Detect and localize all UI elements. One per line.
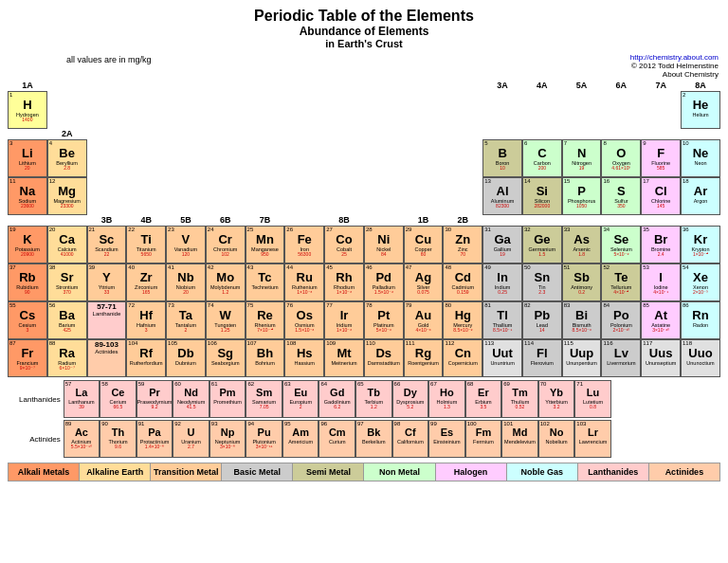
cell-Ca[interactable]: 20 Ca Calcium 41000 [47, 226, 87, 263]
cell-Pr[interactable]: 59PrPraseodymium9.2 [136, 380, 173, 418]
cell-Rh[interactable]: 45 Rh Rhodium 1×10⁻³ [324, 263, 364, 301]
cell-Sg[interactable]: 106 Sg Seaborgium [206, 339, 246, 377]
cell-Lu[interactable]: 71LuLutetium0.8 [574, 380, 611, 418]
cell-Pb[interactable]: 82 Pb Lead 14 [522, 301, 562, 339]
cell-Bk[interactable]: 97BkBerkelium [355, 420, 392, 458]
cell-Ra[interactable]: 88 Ra Radium 6×10⁻⁷ [47, 339, 87, 377]
cell-Th[interactable]: 90ThThorium9.6 [100, 420, 136, 458]
cell-H[interactable]: 1 H Hydrogen 1400 [8, 91, 47, 129]
cell-Fl[interactable]: 114 Fl Flerovium [522, 339, 562, 377]
cell-Zn[interactable]: 30 Zn Zinc 70 [443, 226, 482, 263]
cell-Mo[interactable]: 42 Mo Molybdenum 1.2 [206, 263, 246, 301]
cell-Li[interactable]: 3 Li Lithium 20 [8, 139, 47, 177]
cell-Ga[interactable]: 31 Ga Gallium 19 [482, 226, 522, 263]
cell-F[interactable]: 9 F Fluorine 585 [641, 139, 681, 177]
cell-Lv[interactable]: 116 Lv Livermorium [601, 339, 641, 377]
cell-Md[interactable]: 101MdMendelevium [501, 420, 538, 458]
cell-Sr[interactable]: 38 Sr Strontium 370 [47, 263, 87, 301]
cell-Lr[interactable]: 103LrLawrencium [574, 420, 611, 458]
cell-Fr[interactable]: 87 Fr Francium 9×10⁻⁷ [8, 339, 47, 377]
cell-Dy[interactable]: 66DyDysprosium5.2 [392, 380, 429, 418]
cell-Pa[interactable]: 91PaProtactinium1.4×10⁻⁶ [136, 420, 173, 458]
cell-V[interactable]: 23 V Vanadium 120 [166, 226, 206, 263]
cell-Ge[interactable]: 32 Ge Germanium 1.5 [522, 226, 562, 263]
cell-Mt[interactable]: 109 Mt Meitnerium [324, 339, 364, 377]
cell-Co[interactable]: 27 Co Cobalt 25 [324, 226, 364, 263]
cell-Cl[interactable]: 17 Cl Chlorine 145 [641, 177, 681, 215]
cell-Am[interactable]: 95AmAmericium [282, 420, 319, 458]
cell-Ac[interactable]: 89AcActinium5.5×10⁻¹⁰ [64, 420, 100, 458]
cell-La[interactable]: 57LaLanthanum39 [64, 380, 100, 418]
cell-Au[interactable]: 79 Au Gold 4×10⁻³ [404, 301, 444, 339]
cell-Zr[interactable]: 40 Zr Zirconium 165 [126, 263, 166, 301]
cell-Rf[interactable]: 104 Rf Rutherfordium [126, 339, 166, 377]
cell-B[interactable]: 5 B Boron 10 [482, 139, 522, 177]
cell-Pm[interactable]: 61PmPromethium [209, 380, 246, 418]
cell-Te[interactable]: 52 Te Tellurium 4×10⁻⁴ [601, 263, 641, 301]
cell-Kr[interactable]: 36 Kr Krypton 1×10⁻⁴ [681, 226, 720, 263]
cell-Hf[interactable]: 72 Hf Hafnium 3 [126, 301, 166, 339]
cell-Tb[interactable]: 65TbTerbium1.2 [355, 380, 392, 418]
cell-In[interactable]: 49 In Indium 0.25 [482, 263, 522, 301]
cell-Y[interactable]: 39 Y Yttrium 33 [87, 263, 127, 301]
cell-Db[interactable]: 105 Db Dubnium [166, 339, 206, 377]
cell-Tl[interactable]: 81 Tl Thallium 8.5×10⁻¹ [482, 301, 522, 339]
cell-Pd[interactable]: 46 Pd Palladium 1.5×10⁻² [364, 263, 404, 301]
cell-U[interactable]: 92UUranium2.7 [173, 420, 209, 458]
cell-K[interactable]: 19 K Potassium 20900 [8, 226, 47, 263]
cell-N[interactable]: 7 N Nitrogen 19 [562, 139, 602, 177]
cell-Cm[interactable]: 96CmCurium [318, 420, 355, 458]
cell-Pt[interactable]: 78 Pt Platinum 5×10⁻³ [364, 301, 404, 339]
cell-Po[interactable]: 84 Po Polonium 2×10⁻¹⁰ [601, 301, 641, 339]
cell-Uut[interactable]: 113 Uut Ununtrium [482, 339, 522, 377]
cell-I[interactable]: 53 I Iodine 4×10⁻¹ [641, 263, 681, 301]
cell-Ir[interactable]: 77 Ir Iridium 1×10⁻³ [324, 301, 364, 339]
cell-Br[interactable]: 35 Br Bromine 2.4 [641, 226, 681, 263]
cell-Ce[interactable]: 58CeCerium66.5 [100, 380, 136, 418]
cell-Ta[interactable]: 73 Ta Tantalum 2 [166, 301, 206, 339]
cell-Na[interactable]: 11 Na Sodium 23600 [8, 177, 47, 215]
cell-Si[interactable]: 14 Si Silicon 282000 [522, 177, 562, 215]
cell-Ni[interactable]: 28 Ni Nickel 84 [364, 226, 404, 263]
cell-Rb[interactable]: 37 Rb Rubidium 90 [8, 263, 47, 301]
cell-Be[interactable]: 4 Be Beryllium 2.8 [47, 139, 87, 177]
cell-Rg[interactable]: 111 Rg Roentgenium [404, 339, 444, 377]
cell-At[interactable]: 85 At Astatine 3×10⁻²⁰ [641, 301, 681, 339]
cell-No[interactable]: 102NoNobelium [538, 420, 575, 458]
cell-Os[interactable]: 76 Os Osmium 1.5×10⁻³ [284, 301, 324, 339]
cell-Hg[interactable]: 80 Hg Mercury 8.5×10⁻² [443, 301, 482, 339]
cell-Nd[interactable]: 60NdNeodymium41.5 [173, 380, 209, 418]
cell-Se[interactable]: 34 Se Selenium 5×10⁻² [601, 226, 641, 263]
cell-Cd[interactable]: 48 Cd Cadmium 0.159 [443, 263, 482, 301]
cell-Bh[interactable]: 107 Bh Bohrium [246, 339, 285, 377]
cell-C[interactable]: 6 C Carbon 200 [522, 139, 562, 177]
cell-Np[interactable]: 93NpNeptunium3×10⁻⁶ [209, 420, 246, 458]
cell-Uuo[interactable]: 118 Uuo Ununoctium [681, 339, 720, 377]
cell-Eu[interactable]: 63EuEuropium2 [282, 380, 319, 418]
cell-Ru[interactable]: 44 Ru Ruthenium 1×10⁻³ [284, 263, 324, 301]
cell-Cn[interactable]: 112 Cn Copernicium [443, 339, 482, 377]
cell-Mn[interactable]: 25 Mn Manganese 950 [246, 226, 285, 263]
cell-Cu[interactable]: 29 Cu Copper 60 [404, 226, 444, 263]
cell-Cr[interactable]: 24 Cr Chromium 102 [206, 226, 246, 263]
cell-Gd[interactable]: 64GdGadolinium6.2 [318, 380, 355, 418]
cell-Ar[interactable]: 18 Ar Argon [681, 177, 720, 215]
cell-Uup[interactable]: 115 Uup Ununpentium [562, 339, 602, 377]
cell-Tm[interactable]: 69TmThulium0.52 [501, 380, 538, 418]
cell-He[interactable]: 2 He Helium [681, 91, 720, 129]
cell-Pu[interactable]: 94PuPlutonium3×10⁻¹¹ [246, 420, 282, 458]
cell-Ag[interactable]: 47 Ag Silver 0.075 [404, 263, 444, 301]
cell-P[interactable]: 15 P Phosphorus 1050 [562, 177, 602, 215]
cell-Ba[interactable]: 56 Ba Barium 425 [47, 301, 87, 339]
cell-As[interactable]: 33 As Arsenic 1.8 [562, 226, 602, 263]
cell-Fm[interactable]: 100FmFermium [465, 420, 502, 458]
cell-Sb[interactable]: 51 Sb Antimony 0.2 [562, 263, 602, 301]
cell-Bi[interactable]: 83 Bi Bismuth 8.5×10⁻³ [562, 301, 602, 339]
cell-O[interactable]: 8 O Oxygen 4.61×10⁵ [601, 139, 641, 177]
cell-Cf[interactable]: 98CfCalifornium [392, 420, 429, 458]
cell-Sm[interactable]: 62SmSamarium7.05 [246, 380, 282, 418]
cell-Ne[interactable]: 10 Ne Neon [681, 139, 720, 177]
cell-Fe[interactable]: 26 Fe Iron 56300 [284, 226, 324, 263]
cell-Yb[interactable]: 70YbYtterbium3.2 [538, 380, 575, 418]
cell-Sc[interactable]: 21 Sc Scandium 22 [87, 226, 127, 263]
